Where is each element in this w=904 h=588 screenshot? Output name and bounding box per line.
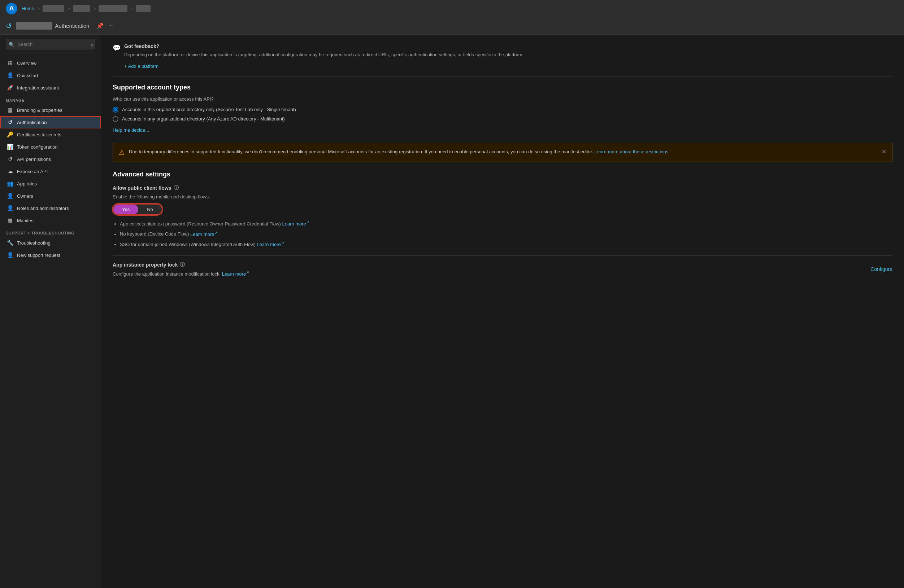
pin-icon[interactable]: 📌 [96, 22, 104, 29]
breadcrumb-item-2: ​ [73, 5, 90, 12]
sidebar-item-branding[interactable]: ▦ Branding & properties [0, 104, 101, 116]
sidebar-item-roles-admins[interactable]: 👤 Roles and administrators [0, 202, 101, 214]
sidebar-item-new-support[interactable]: 👤 New support request [0, 249, 101, 261]
search-input[interactable] [6, 39, 95, 49]
breadcrumb-home[interactable]: Home [22, 6, 34, 11]
radio-circle-multi [113, 116, 119, 122]
roles-label: Roles and administrators [17, 206, 69, 211]
troubleshooting-label: Troubleshooting [17, 240, 51, 246]
radio-single-tenant[interactable]: Accounts in this organizational director… [113, 107, 893, 112]
approles-label: App roles [17, 181, 37, 186]
warning-banner: ⚠ Due to temporary differences in suppor… [113, 143, 893, 162]
allow-public-client-label: Allow public client flows ⓘ [113, 185, 893, 191]
sidebar-item-token-config[interactable]: 📊 Token configuration [0, 141, 101, 153]
manage-section-label: Manage [0, 94, 101, 104]
api-label: API permissions [17, 156, 51, 162]
sidebar-item-app-roles[interactable]: 👥 App roles [0, 178, 101, 190]
app-icon: ↺ [6, 22, 12, 30]
breadcrumb: Home > ​ > ​ > ​ > ​ [22, 5, 150, 12]
quickstart-icon: 👤 [7, 72, 13, 79]
configure-button[interactable]: Configure [871, 266, 893, 272]
account-type-radio-group: Accounts in this organizational director… [113, 107, 893, 122]
allow-public-client-info-icon[interactable]: ⓘ [174, 185, 179, 191]
sidebar-item-expose-api[interactable]: ☁ Expose an API [0, 165, 101, 178]
troubleshooting-icon: 🔧 [7, 240, 13, 246]
feedback-description: Depending on the platform or device this… [124, 51, 893, 58]
sidebar-item-troubleshooting[interactable]: 🔧 Troubleshooting [0, 236, 101, 249]
integration-icon: 🚀 [7, 84, 13, 91]
supported-accounts-title: Supported account types [113, 84, 893, 91]
property-lock-info-icon[interactable]: ⓘ [180, 262, 185, 268]
expose-label: Expose an API [17, 169, 47, 174]
sidebar-item-certificates[interactable]: 🔑 Certificates & secrets [0, 128, 101, 141]
overview-label: Overview [17, 61, 36, 66]
quickstart-label: Quickstart [17, 73, 38, 78]
search-section: 🔍 « [0, 35, 101, 54]
learn-more-restrictions-link[interactable]: Learn more about these restrictions. [594, 149, 670, 154]
sidebar-item-quickstart[interactable]: 👤 Quickstart [0, 69, 101, 82]
external-icon-1: ↗ [306, 220, 310, 224]
supported-accounts-section: Supported account types Who can use this… [113, 84, 893, 133]
advanced-settings-title: Advanced settings [113, 170, 893, 178]
flow-list: App collects plaintext password (Resourc… [113, 219, 893, 248]
list-item-sso: SSO for domain-joined Windows (Windows I… [120, 240, 893, 248]
app-name-blurred: ​ [16, 22, 52, 30]
warning-close-button[interactable]: ✕ [882, 148, 886, 155]
learn-more-sso-link[interactable]: Learn more↗ [257, 242, 284, 247]
owners-label: Owners [17, 193, 33, 199]
toggle-yes-button[interactable]: Yes [113, 205, 138, 214]
sidebar-item-integration-assistant[interactable]: 🚀 Integration assistant [0, 82, 101, 94]
breadcrumb-item-3: ​ [98, 5, 128, 12]
external-icon-3: ↗ [281, 241, 284, 245]
learn-more-device-link[interactable]: Learn more↗ [190, 232, 217, 237]
property-lock-external-icon: ↗ [246, 270, 249, 274]
warning-text: Due to temporary differences in supporte… [129, 148, 877, 156]
sidebar-item-authentication[interactable]: ↺ Authentication [0, 116, 101, 128]
feedback-content: Got feedback? Depending on the platform … [124, 43, 893, 69]
sidebar-item-manifest[interactable]: ▦ Manifest [0, 214, 101, 227]
supported-accounts-question: Who can use this application or access t… [113, 96, 893, 102]
main-layout: 🔍 « ⊞ Overview 👤 Quickstart 🚀 Integratio… [0, 35, 904, 588]
support-icon: 👤 [7, 252, 13, 258]
token-icon: 📊 [7, 143, 13, 150]
public-client-toggle: Yes No [113, 204, 163, 215]
help-me-decide-link[interactable]: Help me decide... [113, 127, 149, 133]
breadcrumb-item-4: ​ [136, 5, 150, 12]
sidebar-item-owners[interactable]: 👤 Owners [0, 190, 101, 202]
allow-public-client-sublabel: Enable the following mobile and desktop … [113, 194, 893, 200]
property-lock-row: App instance property lock ⓘ Configure t… [113, 255, 893, 277]
manifest-icon: ▦ [7, 217, 13, 224]
owners-icon: 👤 [7, 192, 13, 199]
learn-more-password-link[interactable]: Learn more↗ [282, 221, 309, 227]
sidebar-nav: ⊞ Overview 👤 Quickstart 🚀 Integration as… [0, 54, 101, 588]
toggle-no-button[interactable]: No [138, 205, 162, 214]
property-lock-title: App instance property lock ⓘ [113, 262, 862, 268]
branding-label: Branding & properties [17, 107, 62, 113]
radio-label-multi: Accounts in any organizational directory… [122, 116, 285, 121]
allow-public-client-row: Allow public client flows ⓘ Enable the f… [113, 185, 893, 248]
add-platform-button[interactable]: + Add a platform [124, 63, 158, 69]
title-bar-actions: 📌 ··· [96, 22, 113, 29]
property-lock-learn-more-link[interactable]: Learn more↗ [222, 271, 249, 277]
search-icon: 🔍 [9, 41, 14, 47]
radio-multi-tenant[interactable]: Accounts in any organizational directory… [113, 116, 893, 122]
sidebar-item-overview[interactable]: ⊞ Overview [0, 57, 101, 69]
sidebar-item-api-permissions[interactable]: ↺ API permissions [0, 153, 101, 165]
search-wrapper: 🔍 [6, 39, 95, 49]
certificates-icon: 🔑 [7, 131, 13, 138]
feedback-icon: 💬 [113, 44, 120, 52]
integration-label: Integration assistant [17, 85, 59, 91]
top-bar: A Home > ​ > ​ > ​ > ​ [0, 0, 904, 17]
more-options-icon[interactable]: ··· [108, 22, 113, 29]
collapse-sidebar-button[interactable]: « [90, 42, 93, 48]
roles-icon: 👤 [7, 205, 13, 211]
list-item-device-code: No keyboard (Device Code Flow) Learn mor… [120, 229, 893, 238]
title-suffix: Authentication [55, 23, 89, 29]
property-lock-description: Configure the application instance modif… [113, 270, 862, 277]
feedback-section: 💬 Got feedback? Depending on the platfor… [113, 43, 893, 76]
support-label: New support request [17, 252, 60, 258]
approles-icon: 👥 [7, 180, 13, 187]
page-title: ​ Authentication [16, 23, 89, 29]
api-icon: ↺ [7, 156, 13, 162]
authentication-label: Authentication [17, 120, 47, 125]
